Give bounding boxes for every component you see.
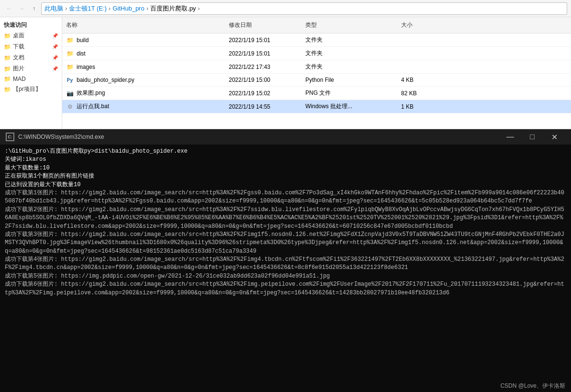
file-icon: 📁 xyxy=(66,63,74,71)
cmd-footer: CSDN @Love、伊卡洛斯 xyxy=(0,380,571,392)
file-date-cell: 2022/1/19 15:00 xyxy=(225,74,302,86)
table-row[interactable]: 📁 images 2022/1/22 17:43 文件夹 xyxy=(62,60,571,74)
file-icon: 📁 xyxy=(66,50,74,57)
file-date: 2022/1/19 15:01 xyxy=(229,50,270,57)
breadcrumb-sep-0: › xyxy=(65,5,67,12)
sidebar-item-pr[interactable]: 📁 【pr项目】 xyxy=(0,84,62,95)
cmd-line: 成功下载第3张图片: https://gimg2.baidu.com/image… xyxy=(5,231,566,256)
breadcrumb[interactable]: 此电脑 › 金士顿1T (E:) › GitHub_pro › 百度图片爬取.p… xyxy=(41,2,567,15)
file-date-cell: 2022/1/19 15:01 xyxy=(225,47,302,60)
file-type: Python File xyxy=(305,77,334,83)
file-name: images xyxy=(77,64,95,70)
file-size-cell xyxy=(397,47,436,60)
forward-button[interactable]: → xyxy=(16,3,27,14)
table-row[interactable]: ⚙ 运行点我.bat 2022/1/19 14:55 Windows 批处理..… xyxy=(62,100,571,113)
file-date-cell: 2022/1/19 15:01 xyxy=(225,34,302,46)
file-type-cell: Python File xyxy=(302,74,397,86)
file-icon: 📁 xyxy=(66,36,74,44)
file-size: 4 KB xyxy=(401,77,414,83)
file-size-cell: 82 KB xyxy=(397,87,436,100)
col-header-type[interactable]: 类型 xyxy=(302,19,397,31)
breadcrumb-part-1[interactable]: 金士顿1T (E:) xyxy=(69,4,107,13)
close-button[interactable]: ✕ xyxy=(543,129,565,145)
file-name: baidu_photo_spider.py xyxy=(77,77,134,83)
file-type: PNG 文件 xyxy=(305,89,331,97)
file-type-cell: 文件夹 xyxy=(302,47,397,60)
col-header-size[interactable]: 大小 xyxy=(397,19,436,31)
col-header-date[interactable]: 修改日期 xyxy=(225,19,302,31)
file-size: 82 KB xyxy=(401,90,417,97)
cmd-title-text: C:\WINDOWS\system32\cmd.exe xyxy=(18,134,495,140)
sidebar-label-desktop: 桌面 xyxy=(13,32,24,40)
file-size-cell xyxy=(397,60,436,73)
sidebar-label-downloads: 下载 xyxy=(13,43,24,51)
cmd-window: C: C:\WINDOWS\system32\cmd.exe — □ ✕ :\G… xyxy=(0,129,571,392)
file-name-cell: ⚙ 运行点我.bat xyxy=(62,100,225,113)
file-size-cell xyxy=(397,34,436,46)
cmd-line: 正在获取第1个翻页的所有图片链接 xyxy=(5,172,566,180)
breadcrumb-current: 百度图片爬取.py xyxy=(150,4,196,13)
file-name-cell: 📁 images xyxy=(62,60,225,73)
file-name-cell: 📷 效果图.png xyxy=(62,87,225,100)
cmd-body: :\GitHub_pro\百度图片爬取py>dist\baidu_photo_s… xyxy=(0,145,571,380)
table-row[interactable]: Py baidu_photo_spider.py 2022/1/19 15:00… xyxy=(62,74,571,87)
sidebar-item-desktop[interactable]: 📁 桌面 📌 xyxy=(0,30,62,41)
file-date: 2022/1/19 15:01 xyxy=(229,37,270,44)
breadcrumb-part-0[interactable]: 此电脑 xyxy=(45,4,63,13)
file-list-area[interactable]: 名称 修改日期 类型 大小 📁 build 2022/1/19 15:01 文件… xyxy=(62,17,571,129)
cmd-line: 成功下载第4张图片: https://gimg2.baidu.com/image… xyxy=(5,256,566,272)
cmd-line: 成功下载第2张图片: https://gimg2.baidu.com/image… xyxy=(5,206,566,231)
minimize-button[interactable]: — xyxy=(499,129,521,145)
back-button[interactable]: ← xyxy=(4,3,14,14)
cmd-line: :\GitHub_pro\百度图片爬取py>dist\baidu_photo_s… xyxy=(5,147,566,156)
file-name-cell: Py baidu_photo_spider.py xyxy=(62,74,225,86)
folder-icon: 📁 xyxy=(4,55,11,61)
cmd-footer-text: CSDN @Love、伊卡洛斯 xyxy=(500,382,565,389)
col-header-name[interactable]: 名称 xyxy=(62,19,225,31)
file-list-header: 名称 修改日期 类型 大小 xyxy=(62,17,571,34)
file-size-cell: 1 KB xyxy=(397,100,436,113)
cmd-window-controls: — □ ✕ xyxy=(499,129,565,145)
file-type-cell: PNG 文件 xyxy=(302,87,397,100)
file-date-cell: 2022/1/19 14:55 xyxy=(225,100,302,113)
maximize-button[interactable]: □ xyxy=(521,129,543,145)
file-name-cell: 📁 dist xyxy=(62,47,225,60)
table-row[interactable]: 📷 效果图.png 2022/1/19 15:02 PNG 文件 82 KB xyxy=(62,87,571,100)
sidebar-item-pictures[interactable]: 📁 图片 📌 xyxy=(0,63,62,74)
cmd-line: 关键词:ikaros xyxy=(5,156,566,164)
file-type: Windows 批处理... xyxy=(305,102,352,111)
folder-icon: 📁 xyxy=(4,76,11,82)
cmd-line: 成功下载第6张图片: https://gimg2.baidu.com/image… xyxy=(5,280,566,297)
file-date-cell: 2022/1/22 17:43 xyxy=(225,60,302,73)
sidebar-label-pr: 【pr项目】 xyxy=(13,85,41,93)
up-button[interactable]: ↑ xyxy=(29,3,39,14)
file-date: 2022/1/19 15:02 xyxy=(229,90,270,97)
sidebar-heading: 快速访问 xyxy=(0,19,62,30)
file-size: 1 KB xyxy=(401,103,414,110)
breadcrumb-sep-2: › xyxy=(146,5,148,12)
sidebar-item-downloads[interactable]: 📁 下载 📌 xyxy=(0,41,62,52)
folder-icon: 📁 xyxy=(4,66,11,72)
pin-icon: 📌 xyxy=(52,44,58,49)
table-row[interactable]: 📁 build 2022/1/19 15:01 文件夹 xyxy=(62,34,571,47)
folder-icon: 📁 xyxy=(4,44,11,50)
file-name: build xyxy=(77,37,89,44)
file-rows-container: 📁 build 2022/1/19 15:01 文件夹 📁 dist 2022/… xyxy=(62,34,571,113)
file-explorer: ← → ↑ 此电脑 › 金士顿1T (E:) › GitHub_pro › 百度… xyxy=(0,0,571,129)
table-row[interactable]: 📁 dist 2022/1/19 15:01 文件夹 xyxy=(62,47,571,60)
file-type: 文件夹 xyxy=(305,36,323,44)
file-date: 2022/1/19 15:00 xyxy=(229,77,270,83)
sidebar-item-mad[interactable]: 📁 MAD xyxy=(0,74,62,84)
cmd-icon: C: xyxy=(6,133,14,141)
breadcrumb-sep-3: › xyxy=(198,5,200,12)
breadcrumb-sep-1: › xyxy=(109,5,111,12)
cmd-titlebar: C: C:\WINDOWS\system32\cmd.exe — □ ✕ xyxy=(0,129,571,145)
explorer-main: 快速访问 📁 桌面 📌 📁 下载 📌 📁 文档 📌 📁 图片 📌 xyxy=(0,17,571,129)
breadcrumb-part-2[interactable]: GitHub_pro xyxy=(112,5,144,12)
file-type: 文件夹 xyxy=(305,63,323,71)
pin-icon: 📌 xyxy=(52,33,58,38)
sidebar-item-documents[interactable]: 📁 文档 📌 xyxy=(0,52,62,63)
file-name-cell: 📁 build xyxy=(62,34,225,46)
file-type-cell: Windows 批处理... xyxy=(302,100,397,113)
pin-icon: 📌 xyxy=(52,66,58,71)
